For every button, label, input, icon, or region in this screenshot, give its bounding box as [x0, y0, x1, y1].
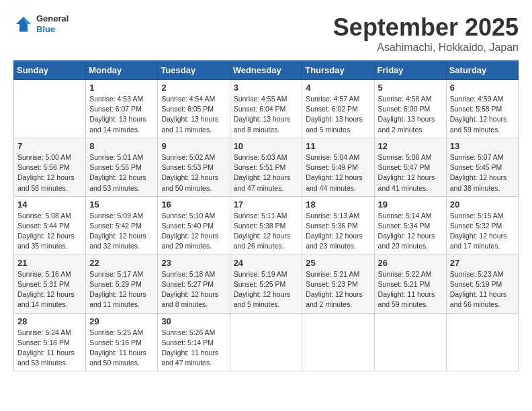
page-header: General Blue September 2025 Asahimachi, …: [13, 13, 519, 54]
calendar-cell: 19Sunrise: 5:14 AMSunset: 5:34 PMDayligh…: [374, 196, 446, 255]
weekday-header: Saturday: [446, 61, 518, 80]
day-number: 3: [234, 83, 299, 93]
day-number: 13: [450, 141, 515, 151]
calendar-week-row: 14Sunrise: 5:08 AMSunset: 5:44 PMDayligh…: [14, 196, 519, 255]
calendar-cell: [302, 313, 374, 371]
calendar-cell: 23Sunrise: 5:18 AMSunset: 5:27 PMDayligh…: [158, 255, 230, 313]
logo-text: General Blue: [36, 13, 69, 34]
day-info: Sunrise: 4:54 AMSunset: 6:05 PMDaylight:…: [161, 94, 226, 135]
day-number: 28: [17, 316, 82, 326]
day-number: 16: [161, 199, 226, 210]
calendar-week-row: 28Sunrise: 5:24 AMSunset: 5:18 PMDayligh…: [14, 313, 519, 371]
day-info: Sunrise: 5:14 AMSunset: 5:34 PMDaylight:…: [378, 211, 443, 252]
day-info: Sunrise: 5:24 AMSunset: 5:18 PMDaylight:…: [17, 328, 82, 369]
day-number: 2: [161, 83, 226, 93]
day-number: 29: [89, 316, 154, 326]
weekday-header: Wednesday: [230, 61, 302, 80]
day-info: Sunrise: 5:01 AMSunset: 5:55 PMDaylight:…: [89, 152, 154, 193]
day-info: Sunrise: 5:10 AMSunset: 5:40 PMDaylight:…: [161, 211, 226, 252]
weekday-header: Thursday: [302, 61, 374, 80]
day-number: 9: [161, 141, 226, 151]
calendar-week-row: 21Sunrise: 5:16 AMSunset: 5:31 PMDayligh…: [14, 255, 519, 313]
day-number: 23: [161, 258, 226, 268]
calendar-cell: 25Sunrise: 5:21 AMSunset: 5:23 PMDayligh…: [302, 255, 374, 313]
day-info: Sunrise: 5:11 AMSunset: 5:38 PMDaylight:…: [234, 211, 299, 252]
calendar-cell: [446, 313, 518, 371]
day-info: Sunrise: 5:13 AMSunset: 5:36 PMDaylight:…: [306, 211, 370, 252]
day-info: Sunrise: 5:18 AMSunset: 5:27 PMDaylight:…: [161, 269, 226, 310]
day-number: 5: [378, 83, 443, 93]
calendar-cell: 2Sunrise: 4:54 AMSunset: 6:05 PMDaylight…: [158, 80, 230, 138]
day-info: Sunrise: 5:00 AMSunset: 5:56 PMDaylight:…: [17, 152, 82, 193]
calendar-cell: 13Sunrise: 5:07 AMSunset: 5:45 PMDayligh…: [446, 138, 518, 196]
calendar-cell: 5Sunrise: 4:58 AMSunset: 6:00 PMDaylight…: [374, 80, 446, 138]
calendar-cell: 26Sunrise: 5:22 AMSunset: 5:21 PMDayligh…: [374, 255, 446, 313]
day-info: Sunrise: 5:22 AMSunset: 5:21 PMDaylight:…: [378, 269, 443, 310]
day-info: Sunrise: 5:25 AMSunset: 5:16 PMDaylight:…: [89, 328, 154, 369]
weekday-header: Sunday: [14, 61, 86, 80]
day-info: Sunrise: 5:15 AMSunset: 5:32 PMDaylight:…: [450, 211, 515, 252]
day-info: Sunrise: 4:57 AMSunset: 6:02 PMDaylight:…: [306, 94, 370, 135]
calendar-cell: [374, 313, 446, 371]
day-number: 18: [306, 199, 370, 210]
day-info: Sunrise: 5:21 AMSunset: 5:23 PMDaylight:…: [306, 269, 370, 310]
title-block: September 2025 Asahimachi, Hokkaido, Jap…: [333, 13, 519, 54]
calendar-cell: 28Sunrise: 5:24 AMSunset: 5:18 PMDayligh…: [14, 313, 86, 371]
calendar-cell: 16Sunrise: 5:10 AMSunset: 5:40 PMDayligh…: [158, 196, 230, 255]
calendar-week-row: 1Sunrise: 4:53 AMSunset: 6:07 PMDaylight…: [14, 80, 519, 138]
day-number: 12: [378, 141, 443, 151]
day-info: Sunrise: 4:58 AMSunset: 6:00 PMDaylight:…: [378, 94, 443, 135]
calendar-cell: 18Sunrise: 5:13 AMSunset: 5:36 PMDayligh…: [302, 196, 374, 255]
calendar-cell: 21Sunrise: 5:16 AMSunset: 5:31 PMDayligh…: [14, 255, 86, 313]
day-info: Sunrise: 5:08 AMSunset: 5:44 PMDaylight:…: [17, 211, 82, 252]
day-info: Sunrise: 5:03 AMSunset: 5:51 PMDaylight:…: [234, 152, 299, 193]
calendar-cell: 8Sunrise: 5:01 AMSunset: 5:55 PMDaylight…: [86, 138, 158, 196]
calendar-cell: 4Sunrise: 4:57 AMSunset: 6:02 PMDaylight…: [302, 80, 374, 138]
location-subtitle: Asahimachi, Hokkaido, Japan: [333, 42, 519, 54]
day-info: Sunrise: 5:04 AMSunset: 5:49 PMDaylight:…: [306, 152, 370, 193]
day-number: 24: [234, 258, 299, 268]
calendar-cell: 11Sunrise: 5:04 AMSunset: 5:49 PMDayligh…: [302, 138, 374, 196]
day-number: 22: [89, 258, 154, 268]
calendar-table: SundayMondayTuesdayWednesdayThursdayFrid…: [13, 60, 519, 371]
calendar-cell: 14Sunrise: 5:08 AMSunset: 5:44 PMDayligh…: [14, 196, 86, 255]
calendar-cell: 12Sunrise: 5:06 AMSunset: 5:47 PMDayligh…: [374, 138, 446, 196]
day-number: 19: [378, 199, 443, 210]
calendar-week-row: 7Sunrise: 5:00 AMSunset: 5:56 PMDaylight…: [14, 138, 519, 196]
calendar-cell: [14, 80, 86, 138]
day-info: Sunrise: 5:17 AMSunset: 5:29 PMDaylight:…: [89, 269, 154, 310]
day-number: 10: [234, 141, 299, 151]
calendar-cell: 22Sunrise: 5:17 AMSunset: 5:29 PMDayligh…: [86, 255, 158, 313]
calendar-cell: [230, 313, 302, 371]
weekday-header: Friday: [374, 61, 446, 80]
calendar-header-row: SundayMondayTuesdayWednesdayThursdayFrid…: [14, 61, 519, 80]
day-info: Sunrise: 4:59 AMSunset: 5:58 PMDaylight:…: [450, 94, 515, 135]
calendar-cell: 30Sunrise: 5:26 AMSunset: 5:14 PMDayligh…: [158, 313, 230, 371]
calendar-cell: 24Sunrise: 5:19 AMSunset: 5:25 PMDayligh…: [230, 255, 302, 313]
day-info: Sunrise: 5:09 AMSunset: 5:42 PMDaylight:…: [89, 211, 154, 252]
day-number: 30: [161, 316, 226, 326]
day-number: 15: [89, 199, 154, 210]
logo: General Blue: [13, 13, 69, 34]
day-number: 17: [234, 199, 299, 210]
day-info: Sunrise: 5:07 AMSunset: 5:45 PMDaylight:…: [450, 152, 515, 193]
day-number: 20: [450, 199, 515, 210]
calendar-cell: 27Sunrise: 5:23 AMSunset: 5:19 PMDayligh…: [446, 255, 518, 313]
day-number: 8: [89, 141, 154, 151]
logo-icon: [13, 14, 34, 34]
day-number: 6: [450, 83, 515, 93]
calendar-cell: 7Sunrise: 5:00 AMSunset: 5:56 PMDaylight…: [14, 138, 86, 196]
day-info: Sunrise: 5:26 AMSunset: 5:14 PMDaylight:…: [161, 328, 226, 369]
calendar-cell: 1Sunrise: 4:53 AMSunset: 6:07 PMDaylight…: [86, 80, 158, 138]
day-number: 21: [17, 258, 82, 268]
month-title: September 2025: [333, 13, 519, 42]
day-number: 7: [17, 141, 82, 151]
calendar-cell: 15Sunrise: 5:09 AMSunset: 5:42 PMDayligh…: [86, 196, 158, 255]
day-number: 25: [306, 258, 370, 268]
calendar-cell: 29Sunrise: 5:25 AMSunset: 5:16 PMDayligh…: [86, 313, 158, 371]
day-info: Sunrise: 4:55 AMSunset: 6:04 PMDaylight:…: [234, 94, 299, 135]
day-number: 14: [17, 199, 82, 210]
day-info: Sunrise: 5:06 AMSunset: 5:47 PMDaylight:…: [378, 152, 443, 193]
day-number: 11: [306, 141, 370, 151]
calendar-cell: 3Sunrise: 4:55 AMSunset: 6:04 PMDaylight…: [230, 80, 302, 138]
